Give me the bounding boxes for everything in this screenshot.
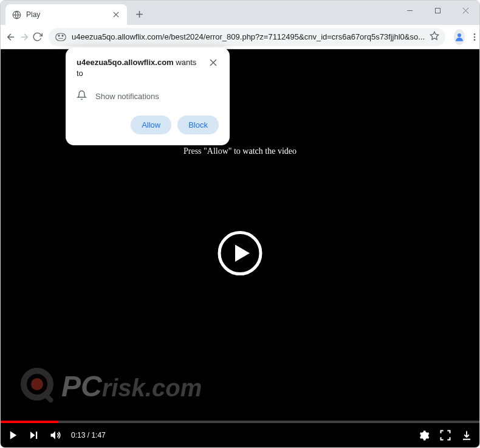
forward-button[interactable] — [19, 27, 30, 47]
press-allow-text: Press "Allow" to watch the video — [183, 146, 297, 156]
svg-point-7 — [474, 33, 476, 35]
close-window-button[interactable] — [451, 1, 479, 20]
svg-point-14 — [31, 378, 43, 390]
settings-button[interactable] — [418, 430, 430, 441]
video-controls: 0:13 / 1:47 — [1, 423, 479, 447]
svg-marker-17 — [30, 432, 35, 439]
svg-marker-11 — [235, 244, 250, 261]
maximize-button[interactable] — [423, 1, 451, 20]
profile-avatar[interactable] — [454, 29, 465, 45]
notification-permission-dialog: u4eezua5qo.allowflix.com wants to Show n… — [66, 47, 230, 145]
globe-icon — [12, 10, 21, 19]
tab-title: Play — [26, 10, 106, 19]
minimize-button[interactable] — [396, 1, 423, 20]
allow-button[interactable]: Allow — [131, 115, 171, 134]
download-button[interactable] — [461, 430, 472, 441]
svg-point-3 — [58, 35, 60, 36]
svg-marker-16 — [10, 431, 17, 439]
tab-strip: Play — [1, 1, 479, 25]
svg-point-9 — [474, 39, 476, 41]
permission-close-button[interactable] — [208, 57, 219, 68]
browser-toolbar: u4eezua5qo.allowflix.com/e/best2024/erro… — [1, 25, 479, 49]
url-text: u4eezua5qo.allowflix.com/e/best2024/erro… — [72, 32, 425, 41]
permission-domain: u4eezua5qo.allowflix.com — [77, 58, 174, 67]
tab-close-button[interactable] — [111, 10, 121, 19]
svg-rect-18 — [36, 432, 37, 439]
permission-title: u4eezua5qo.allowflix.com wants to — [77, 57, 208, 79]
address-bar[interactable]: u4eezua5qo.allowflix.com/e/best2024/erro… — [49, 28, 445, 46]
reload-button[interactable] — [32, 27, 43, 47]
svg-point-4 — [62, 35, 63, 36]
svg-point-8 — [474, 36, 476, 38]
svg-point-6 — [458, 33, 461, 37]
play-video-button[interactable] — [217, 230, 263, 276]
next-button[interactable] — [29, 430, 39, 441]
svg-rect-1 — [435, 8, 440, 13]
svg-marker-5 — [430, 32, 438, 40]
site-settings-icon[interactable] — [55, 31, 67, 43]
window-controls — [396, 1, 479, 25]
permission-body-text: Show notifications — [95, 92, 159, 101]
watermark-logo: PCrisk.com — [19, 360, 250, 411]
video-time: 0:13 / 1:47 — [71, 431, 106, 439]
bell-icon — [77, 90, 87, 102]
play-button[interactable] — [8, 430, 19, 441]
block-button[interactable]: Block — [177, 115, 219, 134]
bookmark-star-icon[interactable] — [430, 31, 439, 43]
fullscreen-button[interactable] — [439, 429, 451, 441]
kebab-menu-button[interactable] — [470, 27, 479, 47]
current-time: 0:13 — [71, 431, 85, 439]
back-button[interactable] — [5, 27, 16, 47]
svg-rect-2 — [56, 33, 66, 41]
duration-time: 1:47 — [91, 431, 105, 439]
volume-button[interactable] — [49, 429, 61, 441]
svg-text:PCrisk.com: PCrisk.com — [61, 370, 202, 402]
browser-tab[interactable]: Play — [5, 4, 127, 25]
new-tab-button[interactable] — [131, 5, 148, 22]
